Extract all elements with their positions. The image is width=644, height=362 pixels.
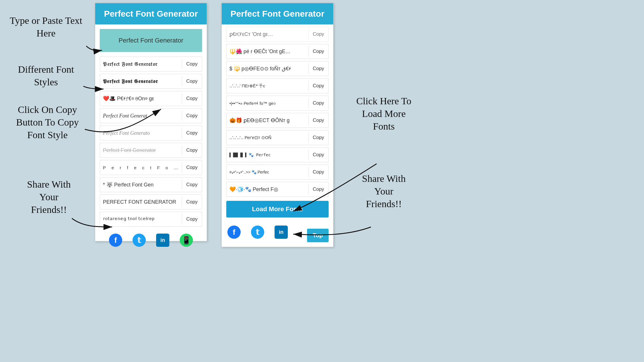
annotation-load-more: Click Here ToLoad MoreFonts — [348, 95, 420, 133]
font-text: Perfect Font Generato — [100, 128, 182, 138]
top-button[interactable]: Top — [307, 229, 329, 242]
copy-button[interactable]: Copy — [182, 93, 202, 104]
phone-panel-1: Perfect Font Generator Perfect Font Gene… — [95, 3, 207, 241]
copy-button[interactable]: Copy — [182, 197, 202, 207]
font-text: * 🐺 Perfect Font Gen — [100, 179, 182, 190]
font-text: ‥'‥'‥'‥ Реr'е⊡т ⊙ОÑ — [227, 133, 308, 143]
twitter-icon[interactable]: 𝕥 — [133, 234, 146, 247]
linkedin-icon-2[interactable]: in — [275, 226, 288, 239]
font-row: ‥'‥'‥'‥ Реr'е⊡т ⊙ОÑ Copy — [226, 130, 329, 145]
font-row: Perfect Font Generat Copy — [100, 108, 202, 123]
copy-button[interactable]: Copy — [182, 162, 202, 173]
annotation-different-fonts: Different FontStyles — [9, 63, 83, 88]
copy-button[interactable]: Copy — [182, 214, 202, 224]
copy-button[interactable]: Copy — [182, 128, 202, 138]
font-row: •|••°°•» Реrfe◎ꞙ fo™ ge⊙ Copy — [226, 96, 329, 111]
annotation-share-left: Share WithYourFriends!! — [17, 178, 80, 216]
font-row: P e r f e c t F o n t Copy — [100, 160, 202, 175]
load-more-button[interactable]: Load More Fonts — [226, 201, 329, 217]
font-text: 🎃🎁 ꝑЕꝊ◎ЕCТ ꝊÔNт g — [227, 115, 308, 126]
font-text: $ 🔱 р◎ꝊFЕ⊙⊙ foÑт ق€ꞙ — [227, 63, 308, 74]
font-row: PERFECT FONT GENERATOR Copy — [100, 195, 202, 209]
font-row: 𝕻𝖊𝖗𝖋𝖊𝖈𝖙 𝕱𝖔𝖓𝖙 𝕲𝖊𝖓𝖊𝖗𝖆𝖙𝖔𝖗 Copy — [100, 74, 202, 89]
font-row-partial: ꝑ€rꝌεCт 'Оnt gε… Copy — [226, 27, 329, 42]
font-row: ɹoʇɐɹǝuǝƃ ʇuoɟ ʇɔǝɟɹǝd Copy — [100, 212, 202, 227]
font-text: ▌▐█▌▐▌▐ 🐾 Реrfec — [227, 150, 308, 159]
social-bar-2: f 𝕥 in Top — [222, 221, 333, 242]
copy-button[interactable]: Copy — [308, 150, 328, 160]
font-row: ¤₄•°⌐₄•°..>> 🐾 Реrfec Copy — [226, 165, 329, 180]
font-row: ▌▐█▌▐▌▐ 🐾 Реrfec Copy — [226, 147, 329, 162]
font-text: •|••°°•» Реrfe◎ꞙ fo™ ge⊙ — [227, 99, 308, 108]
phone-panel-2: Perfect Font Generator ꝑ€rꝌεCт 'Оnt gε… … — [221, 3, 334, 247]
font-row: 🔱🌺 рé r ꝊEČt 'Оnt gЕ… Copy — [226, 44, 329, 59]
annotation-type-paste: Type or Paste TextHere — [9, 14, 83, 40]
font-text: P e r f e c t F o n t — [100, 163, 182, 172]
panel2-header: Perfect Font Generator — [222, 3, 333, 24]
copy-button[interactable]: Copy — [182, 111, 202, 121]
whatsapp-icon[interactable]: 📱 — [180, 234, 193, 247]
font-text: ❤️🎩 Ρ€ꞙꝭ€◎ ꝊOn◎ gε — [100, 93, 182, 104]
font-row: ‥'‥'‥' ΠΕr⊕Ē⁴ 千c Copy — [226, 78, 329, 93]
copy-button[interactable]: Copy — [308, 98, 328, 108]
social-bar-1: f 𝕥 in 📱 — [95, 229, 207, 250]
font-text: ‥'‥'‥' ΠΕr⊕Ē⁴ 千c — [227, 81, 308, 91]
panel1-input[interactable]: Perfect Font Generator — [100, 29, 202, 52]
font-row: $ 🔱 р◎ꝊFЕ⊙⊙ foÑт ق€ꞙ Copy — [226, 61, 329, 76]
copy-button[interactable]: Copy — [308, 115, 328, 126]
font-text: ¤₄•°⌐₄•°..>> 🐾 Реrfec — [227, 167, 308, 177]
font-text: 𝕻𝖊𝖗𝖋𝖊𝖈𝖙 𝕱𝖔𝖓𝖙 𝕲𝖊𝖓𝖊𝖗𝖆𝖙𝖔𝖗 — [100, 76, 182, 87]
font-text: 🧡·🧊·🐾 Perfect F◎ — [227, 184, 308, 195]
annotation-share-right: Share WithYourFriends!! — [351, 172, 417, 211]
font-row: 𝔓𝔢𝔯𝔣𝔢𝔠𝔱 𝔉𝔬𝔫𝔱 𝔊𝔢𝔫𝔢𝔯𝔞𝔱𝔬𝔯 Copy — [100, 57, 202, 72]
font-text: Perfect Font Generator — [100, 145, 182, 156]
copy-button[interactable]: Copy — [308, 63, 328, 74]
font-text: 🔱🌺 рé r ꝊEČt 'Оnt gЕ… — [227, 46, 308, 57]
linkedin-icon[interactable]: in — [156, 234, 169, 247]
copy-button[interactable]: Copy — [308, 46, 328, 57]
font-text: 𝔓𝔢𝔯𝔣𝔢𝔠𝔱 𝔉𝔬𝔫𝔱 𝔊𝔢𝔫𝔢𝔯𝔞𝔱𝔬𝔯 — [100, 59, 182, 70]
font-text: PERFECT FONT GENERATOR — [100, 197, 182, 207]
twitter-icon-2[interactable]: 𝕥 — [251, 226, 264, 239]
font-text: Perfect Font Generat — [100, 111, 182, 121]
copy-button[interactable]: Copy — [308, 81, 328, 91]
copy-button[interactable]: Copy — [182, 145, 202, 155]
font-row: ❤️🎩 Ρ€ꞙꝭ€◎ ꝊOn◎ gε Copy — [100, 91, 202, 106]
copy-button[interactable]: Copy — [308, 29, 328, 39]
copy-button[interactable]: Copy — [308, 132, 328, 143]
panel1-header: Perfect Font Generator — [95, 3, 207, 24]
font-row: * 🐺 Perfect Font Gen Copy — [100, 177, 202, 192]
copy-button[interactable]: Copy — [182, 59, 202, 69]
annotation-click-copy: Click On CopyButton To CopyFont Style — [9, 103, 86, 142]
font-row: 🧡·🧊·🐾 Perfect F◎ Copy — [226, 182, 329, 197]
copy-button[interactable]: Copy — [308, 167, 328, 177]
font-row: 🎃🎁 ꝑЕꝊ◎ЕCТ ꝊÔNт g Copy — [226, 113, 329, 128]
font-row: Perfect Font Generato Copy — [100, 126, 202, 140]
facebook-icon-2[interactable]: f — [227, 226, 241, 239]
copy-button[interactable]: Copy — [182, 76, 202, 86]
font-row: Perfect Font Generator Copy — [100, 143, 202, 158]
facebook-icon[interactable]: f — [109, 234, 122, 247]
copy-button[interactable]: Copy — [308, 184, 328, 195]
font-text: ꝑ€rꝌεCт 'Оnt gε… — [227, 29, 308, 40]
font-text: ɹoʇɐɹǝuǝƃ ʇuoɟ ʇɔǝɟɹǝd — [100, 214, 182, 224]
copy-button[interactable]: Copy — [182, 180, 202, 190]
